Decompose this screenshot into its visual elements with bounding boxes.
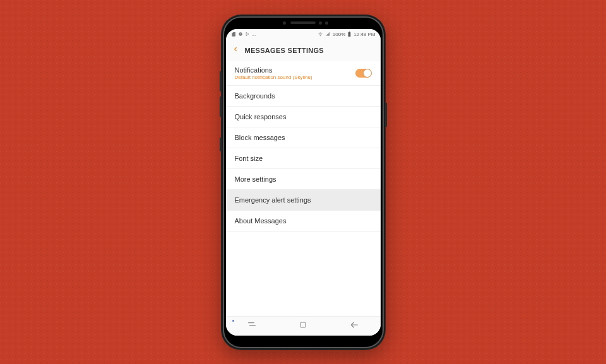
row-title: About Messages [235, 217, 287, 225]
back-button[interactable] [232, 45, 239, 56]
clock: 12:48 PM [354, 32, 375, 37]
phone-screen: ... 100% 12:48 PM [226, 29, 381, 336]
alarm-icon [238, 32, 243, 37]
home-button[interactable] [299, 320, 307, 332]
row-title: Emergency alert settings [235, 196, 311, 204]
recents-button[interactable] [247, 320, 257, 332]
recents-icon [247, 320, 257, 330]
settings-row[interactable]: Block messages [226, 127, 381, 148]
phone-speaker [290, 21, 316, 24]
settings-row[interactable]: About Messages [226, 211, 381, 232]
home-icon [299, 320, 307, 329]
chevron-left-icon [232, 45, 239, 54]
row-title: Notifications [235, 66, 312, 74]
svg-rect-2 [349, 32, 350, 32]
page-background: ... 100% 12:48 PM [0, 0, 606, 364]
app-header: MESSAGES SETTINGS [226, 40, 381, 61]
settings-row[interactable]: Backgrounds [226, 86, 381, 107]
phone-camera [325, 21, 328, 25]
play-icon [245, 32, 250, 37]
svg-rect-1 [348, 32, 351, 36]
power-button [385, 103, 387, 127]
settings-row[interactable]: Font size [226, 148, 381, 169]
svg-rect-3 [300, 322, 306, 327]
settings-row[interactable]: Quick responses [226, 107, 381, 127]
settings-row[interactable]: Emergency alert settings [226, 190, 381, 211]
back-nav-button[interactable] [349, 320, 359, 332]
volume-up-button [220, 71, 222, 91]
phone-sensor [319, 21, 322, 25]
page-title: MESSAGES SETTINGS [245, 47, 324, 54]
navigation-bar [226, 316, 381, 336]
signal-icon [325, 32, 331, 37]
back-arrow-icon [349, 320, 359, 330]
row-title: Quick responses [235, 113, 287, 120]
row-title: Backgrounds [235, 92, 275, 100]
settings-list: Notifications Default notification sound… [226, 61, 381, 316]
notifications-toggle[interactable] [355, 69, 372, 78]
sim-icon [231, 32, 236, 37]
toggle-knob [364, 69, 371, 77]
row-title: Font size [235, 155, 263, 162]
status-more-indicator: ... [252, 32, 256, 37]
bixby-button [220, 138, 222, 151]
phone-frame: ... 100% 12:48 PM [221, 15, 386, 350]
battery-icon [347, 32, 352, 37]
settings-row[interactable]: More settings [226, 169, 381, 190]
phone-sensor [283, 21, 286, 25]
svg-point-0 [320, 35, 321, 36]
volume-down-button [220, 97, 222, 117]
status-bar: ... 100% 12:48 PM [226, 29, 381, 40]
wifi-icon [318, 32, 323, 37]
row-title: More settings [235, 175, 276, 183]
nav-indicator-dot [232, 320, 234, 322]
row-title: Block messages [235, 134, 285, 141]
settings-row-notifications[interactable]: Notifications Default notification sound… [226, 61, 381, 86]
battery-percent: 100% [333, 32, 345, 37]
row-subtitle: Default notification sound (Skyline) [235, 74, 312, 80]
